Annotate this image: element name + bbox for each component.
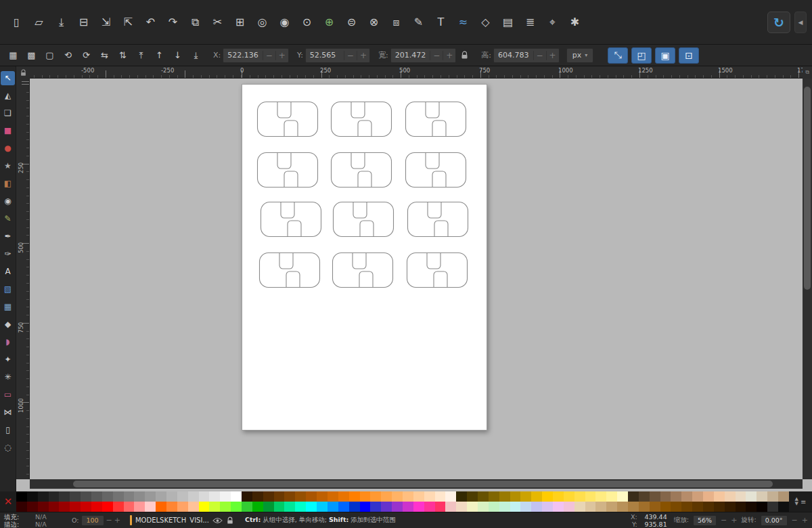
group-objects[interactable]: ⧈ [385, 11, 407, 33]
shape-builder-tool[interactable]: ❏ [1, 106, 15, 120]
color-swatch[interactable] [585, 491, 596, 502]
color-swatch[interactable] [252, 491, 263, 502]
horizontal-scrollbar[interactable] [30, 479, 803, 489]
color-swatch[interactable] [564, 502, 574, 512]
color-swatch[interactable] [650, 491, 660, 502]
spray-tool[interactable]: ✳ [1, 370, 15, 384]
ruler-unit-corner[interactable]: ⧉ [803, 66, 812, 79]
color-swatch[interactable] [370, 491, 381, 502]
color-swatch[interactable] [553, 502, 564, 512]
color-swatch[interactable] [124, 502, 135, 512]
color-swatch[interactable] [671, 491, 681, 502]
color-swatch[interactable] [113, 491, 124, 502]
print-document[interactable]: ⊟ [72, 11, 95, 33]
node-tool[interactable]: ◭ [1, 89, 15, 103]
box3d-tool[interactable]: ◧ [1, 177, 15, 191]
cut-piece[interactable] [330, 152, 392, 188]
document-page[interactable] [242, 84, 487, 431]
color-swatch[interactable] [338, 491, 349, 502]
raise-to-top[interactable]: ⤒ [132, 47, 150, 64]
lower[interactable]: ↓ [168, 47, 187, 64]
lower-to-bottom[interactable]: ⤓ [187, 47, 205, 64]
color-swatch[interactable] [134, 491, 145, 502]
calligraphy-tool[interactable]: ✑ [1, 247, 15, 261]
height-increment-button[interactable]: + [546, 51, 559, 60]
save-document[interactable]: ⤓ [50, 11, 72, 33]
zoom-selection[interactable]: ◉ [273, 11, 296, 33]
color-swatch[interactable] [16, 491, 27, 502]
fill-value[interactable]: N/A [35, 513, 47, 521]
cut-piece[interactable] [405, 101, 467, 137]
color-swatch[interactable] [542, 491, 553, 502]
palette-scroll-down-button[interactable]: ▼ [795, 502, 798, 506]
color-swatch[interactable] [467, 502, 478, 512]
rotate-cw[interactable]: ⟳ [77, 47, 95, 64]
snap-toggle-button[interactable]: ↻ [767, 12, 790, 33]
color-swatch[interactable] [595, 491, 606, 502]
color-swatch[interactable] [166, 491, 177, 502]
color-swatch[interactable] [499, 491, 510, 502]
color-swatch[interactable] [520, 502, 531, 512]
color-swatch[interactable] [156, 502, 166, 512]
canvas[interactable] [30, 79, 803, 479]
color-swatch[interactable] [392, 491, 403, 502]
color-swatch[interactable] [306, 502, 317, 512]
opacity-increment-button[interactable]: + [114, 516, 120, 525]
color-swatch[interactable] [263, 491, 274, 502]
text-dialog[interactable]: T [430, 11, 452, 33]
color-swatch[interactable] [349, 491, 360, 502]
y-field[interactable]: 52.565 − + [305, 48, 370, 63]
cut[interactable]: ✂ [206, 11, 229, 33]
new-document[interactable]: ▯ [5, 11, 28, 33]
vertical-ruler[interactable]: 2505007501000 [16, 79, 30, 479]
zoom-decrement-button[interactable]: − [721, 516, 727, 525]
raise[interactable]: ↑ [150, 47, 168, 64]
color-swatch[interactable] [102, 502, 113, 512]
color-swatch[interactable] [252, 502, 263, 512]
pen-tool[interactable]: ✒ [1, 229, 15, 244]
color-swatch[interactable] [81, 502, 91, 512]
color-swatch[interactable] [49, 502, 60, 512]
connector-tool[interactable]: ⋈ [1, 405, 15, 420]
fill-stroke-dialog[interactable]: ✎ [407, 11, 430, 33]
color-swatch[interactable] [757, 502, 767, 512]
mesh-gradient-tool[interactable]: ▦ [1, 300, 15, 314]
color-swatch[interactable] [617, 502, 628, 512]
find-replace[interactable]: ⌖ [541, 11, 564, 33]
color-swatch[interactable] [38, 491, 49, 502]
color-swatch[interactable] [349, 502, 360, 512]
ruler-corner-lock[interactable] [16, 66, 30, 79]
color-swatch[interactable] [510, 502, 521, 512]
cut-piece[interactable] [258, 252, 321, 288]
vertical-scrollbar-thumb[interactable] [804, 87, 811, 290]
width-field-value[interactable]: 201.472 [391, 51, 430, 60]
color-swatch[interactable] [134, 502, 145, 512]
select-all-layers[interactable]: ▩ [22, 47, 41, 64]
color-swatch[interactable] [767, 502, 778, 512]
color-swatch[interactable] [660, 502, 671, 512]
color-swatch[interactable] [295, 491, 306, 502]
cut-piece[interactable] [260, 201, 322, 238]
color-swatch[interactable] [639, 491, 650, 502]
color-swatch[interactable] [714, 491, 725, 502]
color-swatch[interactable] [381, 491, 392, 502]
tweak-tool[interactable]: ✦ [1, 353, 15, 367]
zoom-page[interactable]: ⊙ [296, 11, 318, 33]
flip-vertical[interactable]: ⇅ [114, 47, 132, 64]
align-distribute-dialog[interactable]: ≣ [519, 11, 541, 33]
flip-horizontal[interactable]: ⇆ [95, 47, 114, 64]
cut-piece[interactable] [256, 152, 319, 188]
color-swatch[interactable] [59, 502, 70, 512]
snap-collapse-button[interactable]: ◀ [794, 12, 807, 33]
gradient-dialog[interactable]: ≈ [452, 11, 474, 33]
color-swatch[interactable] [295, 502, 306, 512]
color-swatch[interactable] [49, 491, 60, 502]
color-swatch[interactable] [199, 491, 210, 502]
color-swatch[interactable] [542, 502, 553, 512]
color-swatch[interactable] [220, 502, 231, 512]
color-swatch[interactable] [424, 502, 435, 512]
color-swatch[interactable] [489, 491, 499, 502]
color-swatch[interactable] [520, 491, 531, 502]
color-swatch[interactable] [692, 502, 703, 512]
y-increment-button[interactable]: + [357, 51, 369, 60]
